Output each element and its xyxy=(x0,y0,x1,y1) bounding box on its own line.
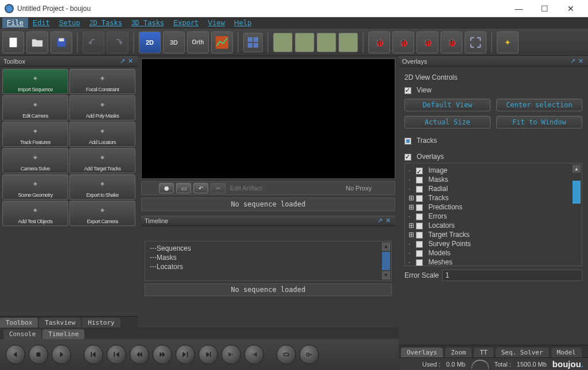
view-graph-button[interactable] xyxy=(211,32,233,53)
tp-prev[interactable] xyxy=(6,345,25,364)
overlay-item-meshes[interactable]: · Meshes xyxy=(408,258,578,266)
overlays-tree[interactable]: · Image· Masks· Radial⊞ Tracks⊞ Predicti… xyxy=(404,163,582,266)
tool-track-features[interactable]: ◈Track Features xyxy=(2,122,68,147)
timeline-scrollbar[interactable]: ▲▼ xyxy=(382,243,390,279)
tool-add-locators[interactable]: ◈Add Locators xyxy=(69,122,135,147)
menu-view[interactable]: View xyxy=(203,18,229,28)
menu-2d-tasks[interactable]: 2D Tasks xyxy=(85,18,127,28)
tool-scene-geometry[interactable]: ◈Scene Geometry xyxy=(2,174,68,200)
tp-stepfwd[interactable] xyxy=(176,345,195,364)
bug2-button[interactable]: 🐞 xyxy=(392,32,414,53)
thumb4-button[interactable] xyxy=(338,33,358,52)
overlay-item-image[interactable]: · Image xyxy=(408,166,578,175)
overlay-item-survey-points[interactable]: · Survey Points xyxy=(408,239,578,248)
tool-focal-constraint[interactable]: ◈Focal Constraint xyxy=(69,69,135,94)
thumb1-button[interactable] xyxy=(273,33,293,52)
toolbox-close-icon[interactable]: ✕ xyxy=(126,57,134,65)
view-checkbox[interactable] xyxy=(404,87,411,94)
undo-button[interactable] xyxy=(83,32,104,53)
overlay-item-tracks[interactable]: ⊞ Tracks xyxy=(408,193,578,202)
tool-edit-camera[interactable]: ◈Edit Camera xyxy=(2,95,68,120)
timeline-tab-console[interactable]: Console xyxy=(3,329,41,339)
error-scale-input[interactable] xyxy=(442,270,582,281)
view-3d-button[interactable]: 3D xyxy=(163,32,185,53)
tool-export-to-shake[interactable]: ◈Export to Shake xyxy=(69,174,135,200)
timeline-close-icon[interactable]: ✕ xyxy=(384,217,392,225)
wand-button[interactable]: ✦ xyxy=(497,32,519,53)
tp-play[interactable] xyxy=(52,345,71,364)
overlay-item-errors[interactable]: · Errors xyxy=(408,212,578,221)
thumb2-button[interactable] xyxy=(295,33,314,52)
timeline-expand-icon[interactable]: ↗ xyxy=(376,217,384,225)
fit-to-window-button[interactable]: Fit to Window xyxy=(496,116,582,128)
overlays-tab-zoom[interactable]: Zoom xyxy=(445,348,472,357)
tp-loop[interactable] xyxy=(277,345,296,364)
overlay-item-radial[interactable]: · Radial xyxy=(408,184,578,193)
tool-add-target-tracks[interactable]: ◈Add Target Tracks xyxy=(69,148,135,173)
overlays-tab-seq-solver[interactable]: Seq. Solver xyxy=(496,348,549,357)
window-minimize[interactable]: — xyxy=(506,0,532,17)
vp-btn-undo[interactable]: ↶ xyxy=(193,183,208,193)
bug3-button[interactable]: 🐞 xyxy=(416,32,438,53)
thumb3-button[interactable] xyxy=(317,33,336,52)
actual-size-button[interactable]: Actual Size xyxy=(404,116,490,128)
bug4-button[interactable]: 🐞 xyxy=(441,32,462,53)
menu-export[interactable]: Export xyxy=(169,18,203,28)
tp-stop[interactable] xyxy=(29,345,48,364)
overlay-item-predictions[interactable]: ⊞ Predictions xyxy=(408,202,578,212)
vp-btn-camera[interactable]: ⬣ xyxy=(159,183,174,193)
window-maximize[interactable]: ☐ xyxy=(532,0,558,17)
timeline-item-locators[interactable]: ⋯Locators xyxy=(150,262,387,271)
timeline-tree[interactable]: ⋯Sequences⋯Masks⋯Locators ▲▼ xyxy=(145,241,392,281)
view-2d-button[interactable]: 2D xyxy=(139,32,161,53)
fullscreen-button[interactable] xyxy=(465,32,486,53)
overlay-item-target-tracks[interactable]: ⊞ Target Tracks xyxy=(408,230,578,239)
save-button[interactable] xyxy=(50,32,72,53)
menu-file[interactable]: File xyxy=(2,18,28,28)
tp-last[interactable] xyxy=(198,345,218,364)
overlay-item-models[interactable]: · Models xyxy=(408,248,578,258)
open-button[interactable] xyxy=(26,32,48,53)
toolbox-tab-toolbox[interactable]: Toolbox xyxy=(0,318,38,328)
overlay-item-masks[interactable]: · Masks xyxy=(408,175,578,184)
menu-help[interactable]: Help xyxy=(229,18,256,28)
overlays-close-icon[interactable]: ✕ xyxy=(577,57,585,65)
menu-edit[interactable]: Edit xyxy=(28,18,54,28)
tool-export-camera[interactable]: ◈Export Camera xyxy=(69,201,135,226)
toolbox-expand-icon[interactable]: ↗ xyxy=(118,57,126,65)
vp-btn-rect[interactable]: ▭ xyxy=(176,183,191,193)
timeline-item-sequences[interactable]: ⋯Sequences xyxy=(150,244,387,253)
tp-first[interactable] xyxy=(84,345,103,364)
overlays-tab-overlays[interactable]: Overlays xyxy=(401,348,443,357)
tp-ffwd[interactable] xyxy=(153,345,172,364)
new-button[interactable] xyxy=(2,32,24,53)
tool-add-poly-masks[interactable]: ◈Add Poly Masks xyxy=(69,95,135,120)
tracks-checkbox[interactable] xyxy=(404,138,411,145)
tool-add-test-objects[interactable]: ◈Add Test Objects xyxy=(2,201,68,226)
tool-camera-solve[interactable]: ◈Camera Solve xyxy=(2,148,68,173)
timeline-tab-timeline[interactable]: Timeline xyxy=(42,329,84,339)
tp-key[interactable] xyxy=(299,345,319,364)
tool-import-sequence[interactable]: ◈Import Sequence xyxy=(2,69,68,94)
bug1-button[interactable]: 🐞 xyxy=(368,32,390,53)
tp-out[interactable] xyxy=(244,345,264,364)
overlays-tab-tt[interactable]: TT xyxy=(474,348,493,357)
tp-stepback[interactable] xyxy=(107,345,126,364)
toolbox-tab-taskview[interactable]: Taskview xyxy=(39,318,81,328)
default-view-button[interactable]: Default View xyxy=(404,99,490,111)
overlays-tab-model[interactable]: Model xyxy=(551,348,582,357)
timeline-item-masks[interactable]: ⋯Masks xyxy=(150,253,387,262)
view-orth-button[interactable]: Orth xyxy=(187,32,209,53)
tp-rewind[interactable] xyxy=(130,345,149,364)
menu-setup[interactable]: Setup xyxy=(54,18,85,28)
redo-button[interactable] xyxy=(107,32,128,53)
viewport[interactable] xyxy=(141,59,395,179)
menu-3d-tasks[interactable]: 3D Tasks xyxy=(127,18,169,28)
window-close[interactable]: ✕ xyxy=(558,0,583,17)
overlays-checkbox[interactable] xyxy=(404,154,411,161)
layout-grid-button[interactable] xyxy=(243,33,263,52)
overlays-scrollbar[interactable]: ▲ xyxy=(573,165,581,264)
overlays-expand-icon[interactable]: ↗ xyxy=(568,57,577,65)
overlay-item-locators[interactable]: ⊞ Locators xyxy=(408,221,578,230)
vp-btn-cut[interactable]: ✂ xyxy=(211,183,225,193)
